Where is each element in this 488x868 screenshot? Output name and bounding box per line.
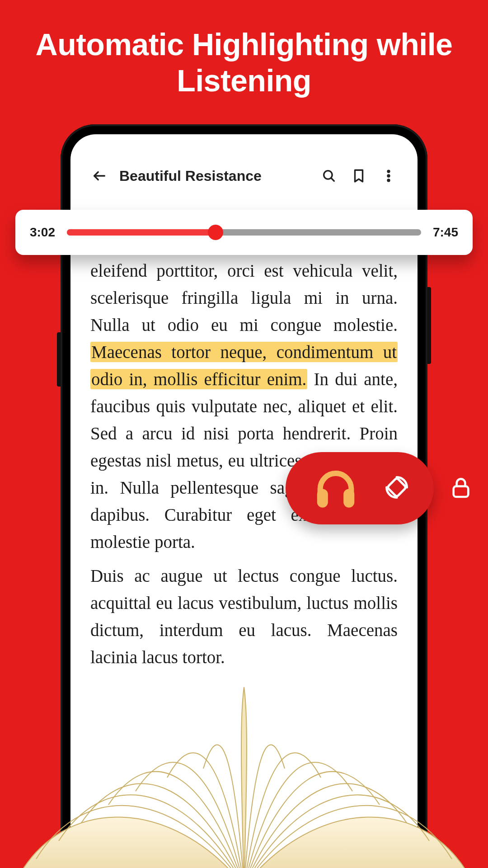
svg-point-3 (387, 170, 390, 173)
rotate-icon (383, 474, 410, 501)
back-icon (92, 168, 107, 184)
headphones-icon (311, 462, 361, 512)
time-elapsed: 3:02 (29, 225, 56, 240)
more-button[interactable] (379, 166, 399, 186)
search-icon (321, 168, 337, 184)
audio-progress-card: 3:02 7:45 (15, 210, 473, 255)
svg-point-4 (387, 175, 390, 177)
floating-toolbar-pill (286, 452, 434, 524)
promo-headline: Automatic Highlighting while Listening (0, 0, 488, 99)
rotate-button[interactable] (383, 474, 410, 503)
reader-body[interactable]: eleifend porttitor, orci est vehicula ve… (70, 198, 418, 671)
svg-point-5 (387, 179, 390, 182)
search-button[interactable] (319, 166, 339, 186)
progress-track[interactable] (67, 229, 421, 236)
svg-line-2 (331, 178, 334, 181)
svg-rect-7 (343, 489, 354, 507)
appbar: Beautiful Resistance (70, 134, 418, 198)
progress-thumb[interactable] (208, 225, 223, 240)
time-total: 7:45 (432, 225, 459, 240)
lock-icon (448, 475, 474, 500)
svg-rect-9 (454, 486, 469, 497)
floating-toolbar (281, 452, 488, 524)
bookmark-button[interactable] (349, 166, 369, 186)
more-icon (381, 168, 396, 184)
progress-fill (67, 229, 216, 236)
back-button[interactable] (89, 166, 109, 186)
svg-rect-6 (317, 489, 328, 507)
book-title: Beautiful Resistance (119, 168, 309, 184)
text-before-highlight: eleifend porttitor, orci est vehicula ve… (90, 261, 398, 335)
lock-button[interactable] (434, 475, 488, 502)
paragraph-2: Duis ac augue ut lectus congue luctus. a… (90, 562, 398, 671)
listen-button[interactable] (311, 462, 361, 514)
bookmark-icon (351, 168, 366, 184)
